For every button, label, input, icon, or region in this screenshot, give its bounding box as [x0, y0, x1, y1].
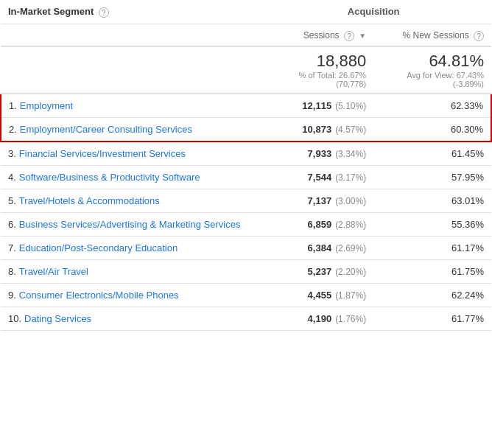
new-sessions-cell: 61.45% — [373, 141, 491, 166]
totals-sessions-number: 18,880 — [263, 52, 366, 71]
segment-number: 3. — [8, 148, 16, 159]
sessions-value: 7,137 — [308, 195, 332, 206]
segment-subheader — [1, 24, 256, 46]
segment-cell: 6.Business Services/Advertising & Market… — [1, 212, 256, 236]
table-row: 9.Consumer Electronics/Mobile Phones4,45… — [1, 283, 491, 307]
segment-cell: 3.Financial Services/Investment Services — [1, 141, 256, 166]
segment-cell: 8.Travel/Air Travel — [1, 259, 256, 283]
new-sessions-subheader: % New Sessions ? — [373, 24, 491, 46]
segment-number: 2. — [9, 124, 17, 135]
column-subheader-row: Sessions ? ▼ % New Sessions ? — [1, 24, 491, 46]
table-row: 1.Employment12,115(5.10%)62.33% — [1, 94, 491, 118]
sessions-pct: (1.87%) — [335, 290, 366, 301]
analytics-table: In-Market Segment ? Acquisition Sessions… — [0, 0, 492, 331]
sessions-help-icon[interactable]: ? — [344, 31, 354, 41]
segment-link[interactable]: Financial Services/Investment Services — [19, 148, 186, 159]
segment-number: 6. — [8, 219, 16, 230]
sessions-value: 10,873 — [302, 124, 331, 135]
sessions-value: 12,115 — [302, 100, 331, 111]
sessions-cell: 7,137(3.00%) — [256, 189, 373, 212]
analytics-table-wrapper: In-Market Segment ? Acquisition Sessions… — [0, 0, 492, 331]
new-sessions-diff: (-3.89%) — [453, 80, 484, 88]
table-row: 3.Financial Services/Investment Services… — [1, 141, 491, 166]
sessions-cell: 4,455(1.87%) — [256, 283, 373, 307]
table-body: 18,880 % of Total: 26.67% (70,778) 64.81… — [1, 46, 491, 331]
sessions-cell: 10,873(4.57%) — [256, 117, 373, 141]
new-sessions-cell: 61.75% — [373, 259, 491, 283]
sessions-value: 4,190 — [308, 313, 332, 324]
new-sessions-label: % New Sessions — [403, 30, 469, 41]
new-sessions-cell: 60.30% — [373, 117, 491, 141]
sessions-value: 5,237 — [308, 266, 332, 277]
segment-number: 9. — [8, 290, 16, 301]
sessions-cell: 12,115(5.10%) — [256, 94, 373, 118]
sessions-pct: (2.88%) — [335, 220, 366, 230]
segment-number: 4. — [8, 172, 16, 183]
group-header-row: In-Market Segment ? Acquisition — [1, 0, 491, 24]
segment-link[interactable]: Education/Post-Secondary Education — [19, 242, 178, 253]
segment-link[interactable]: Employment/Career Consulting Services — [20, 124, 192, 135]
segment-number: 5. — [8, 195, 16, 206]
totals-sessions-pct-label: % of Total: 26.67% (70,778) — [263, 71, 366, 88]
sessions-sort-icon[interactable]: ▼ — [359, 32, 366, 40]
new-sessions-cell: 61.17% — [373, 236, 491, 259]
sessions-pct: (5.10%) — [335, 101, 366, 111]
sessions-pct: (4.57%) — [335, 125, 366, 135]
segment-link[interactable]: Travel/Air Travel — [19, 266, 88, 277]
table-row: 6.Business Services/Advertising & Market… — [1, 212, 491, 236]
table-row: 10.Dating Services4,190(1.76%)61.77% — [1, 307, 491, 330]
sessions-value: 6,384 — [308, 242, 332, 253]
segment-link[interactable]: Business Services/Advertising & Marketin… — [19, 219, 241, 230]
totals-new-sessions-pct: 64.81% — [381, 52, 484, 71]
sessions-pct: (3.34%) — [335, 149, 366, 159]
totals-row: 18,880 % of Total: 26.67% (70,778) 64.81… — [1, 46, 491, 94]
segment-link[interactable]: Software/Business & Productivity Softwar… — [19, 172, 200, 183]
sessions-label: Sessions — [303, 30, 340, 41]
segment-cell: 4.Software/Business & Productivity Softw… — [1, 165, 256, 189]
segment-cell: 2.Employment/Career Consulting Services — [1, 117, 256, 141]
sessions-cell: 7,933(3.34%) — [256, 141, 373, 166]
new-sessions-cell: 62.24% — [373, 283, 491, 307]
sessions-pct: (2.69%) — [335, 243, 366, 253]
segment-cell: 7.Education/Post-Secondary Education — [1, 236, 256, 259]
new-sessions-cell: 55.36% — [373, 212, 491, 236]
new-sessions-cell: 61.77% — [373, 307, 491, 330]
sessions-pct: (1.76%) — [335, 314, 366, 324]
table-row: 7.Education/Post-Secondary Education6,38… — [1, 236, 491, 259]
sessions-cell: 6,859(2.88%) — [256, 212, 373, 236]
segment-help-icon[interactable]: ? — [99, 7, 109, 18]
new-sessions-cell: 63.01% — [373, 189, 491, 212]
sessions-value: 6,859 — [308, 219, 332, 230]
totals-segment-cell — [1, 46, 256, 94]
totals-sessions-cell: 18,880 % of Total: 26.67% (70,778) — [256, 46, 373, 94]
sessions-pct: (3.17%) — [335, 172, 366, 183]
segment-number: 10. — [8, 313, 21, 324]
segment-link[interactable]: Travel/Hotels & Accommodations — [19, 195, 160, 206]
new-sessions-avg: Avg for View: 67.43% — [407, 71, 484, 80]
sessions-pct-label: % of Total: 26.67% — [299, 71, 367, 80]
sessions-value: 7,933 — [308, 148, 332, 159]
sessions-total: (70,778) — [336, 80, 366, 88]
sessions-pct: (2.20%) — [335, 267, 366, 277]
sessions-cell: 6,384(2.69%) — [256, 236, 373, 259]
segment-header-label: In-Market Segment — [8, 6, 94, 17]
segment-cell: 1.Employment — [1, 94, 256, 118]
sessions-value: 7,544 — [308, 172, 332, 183]
new-sessions-cell: 57.95% — [373, 165, 491, 189]
totals-new-sessions-cell: 64.81% Avg for View: 67.43% (-3.89%) — [373, 46, 491, 94]
sessions-cell: 4,190(1.76%) — [256, 307, 373, 330]
new-sessions-cell: 62.33% — [373, 94, 491, 118]
segment-number: 7. — [8, 242, 16, 253]
segment-column-header: In-Market Segment ? — [1, 0, 256, 24]
segment-number: 8. — [8, 266, 16, 277]
segment-cell: 5.Travel/Hotels & Accommodations — [1, 189, 256, 212]
segment-link[interactable]: Consumer Electronics/Mobile Phones — [19, 290, 179, 301]
segment-link[interactable]: Dating Services — [24, 313, 91, 324]
table-row: 8.Travel/Air Travel5,237(2.20%)61.75% — [1, 259, 491, 283]
totals-new-sessions-sub: Avg for View: 67.43% (-3.89%) — [381, 71, 484, 88]
new-sessions-help-icon[interactable]: ? — [474, 31, 484, 41]
acquisition-group-header: Acquisition — [256, 0, 491, 24]
table-row: 2.Employment/Career Consulting Services1… — [1, 117, 491, 141]
segment-link[interactable]: Employment — [20, 100, 73, 111]
table-row: 5.Travel/Hotels & Accommodations7,137(3.… — [1, 189, 491, 212]
